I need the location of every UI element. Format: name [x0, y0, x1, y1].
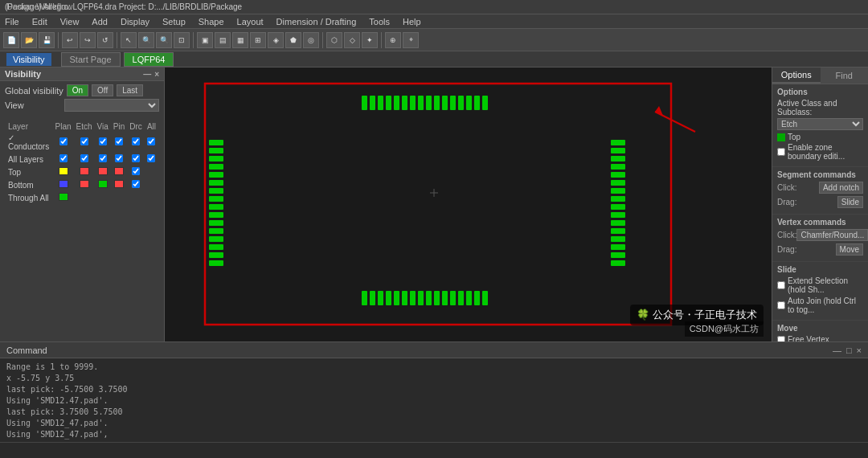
menu-file[interactable]: File — [3, 17, 21, 27]
vis-on-btn[interactable]: On — [67, 84, 88, 96]
bottom-pin-color[interactable] — [114, 180, 124, 188]
free-vertex-row: Free Vertex — [777, 335, 863, 341]
svg-rect-18 — [474, 96, 480, 110]
expand-command-icon[interactable]: □ — [846, 346, 852, 355]
toolbar-btn8[interactable]: ⬡ — [326, 32, 342, 48]
all-layers-drc-check[interactable] — [132, 154, 140, 162]
menu-tools[interactable]: Tools — [367, 17, 391, 27]
through-all-color[interactable] — [59, 193, 68, 201]
toolbar-btn1[interactable]: ▣ — [197, 32, 213, 48]
bottom-plan-color[interactable] — [59, 180, 68, 188]
conductors-all-check[interactable] — [147, 137, 155, 145]
find-tab[interactable]: Find — [821, 67, 869, 84]
extend-selection-label: Extend Selection (hold Sh... — [788, 276, 863, 294]
toolbar-btn3[interactable]: ▦ — [232, 32, 248, 48]
close-command-icon[interactable]: × — [857, 346, 862, 355]
via-col-header: Via — [96, 122, 110, 131]
toolbar-save[interactable]: 💾 — [39, 32, 55, 48]
top-pin-color[interactable] — [114, 167, 124, 175]
toolbar-btn6[interactable]: ⬟ — [285, 32, 301, 48]
all-layers-plan-check[interactable] — [59, 154, 68, 162]
conductors-etch-check[interactable] — [80, 137, 88, 145]
menu-layout[interactable]: Layout — [235, 17, 265, 27]
vertex-commands-title: Vertex commands — [777, 218, 863, 227]
menu-add[interactable]: Add — [90, 17, 109, 27]
close-icon[interactable]: × — [154, 70, 159, 79]
top-plan-color[interactable] — [59, 167, 68, 175]
toolbar-btn10[interactable]: ✦ — [362, 32, 378, 48]
menu-dimension[interactable]: Dimension / Drafting — [275, 17, 358, 27]
svg-rect-62 — [442, 291, 448, 305]
toolbar-new[interactable]: 📄 — [3, 32, 19, 48]
svg-rect-63 — [450, 291, 456, 305]
toolbar-btn7[interactable]: ◎ — [303, 32, 319, 48]
toolbar-btn2[interactable]: ▤ — [215, 32, 231, 48]
enable-zone-check[interactable] — [777, 148, 785, 156]
auto-join-check[interactable] — [777, 301, 785, 309]
all-layers-etch-check[interactable] — [80, 154, 88, 162]
command-input[interactable] — [5, 445, 863, 456]
toolbar-btn12[interactable]: ⌖ — [403, 32, 419, 48]
all-layers-pin-check[interactable] — [115, 154, 123, 162]
view-dropdown[interactable] — [64, 99, 159, 112]
toolbar-refresh[interactable]: ↺ — [97, 32, 113, 48]
toolbar-btn9[interactable]: ◇ — [344, 32, 360, 48]
bottom-drc-check[interactable] — [132, 180, 140, 188]
toolbar-zoom-out[interactable]: 🔍 — [156, 32, 172, 48]
command-output: Range is 1 to 9999.x -5.75 y 3.75last pi… — [0, 358, 868, 442]
menu-display[interactable]: Display — [119, 17, 151, 27]
panel-controls: — × — [143, 70, 159, 79]
visibility-title: Visibility — [5, 69, 41, 79]
bottom-via-color[interactable] — [98, 180, 108, 188]
workflow-label[interactable]: Design Workflow — [0, 0, 79, 13]
top-drc-check[interactable] — [132, 167, 140, 175]
menu-shape[interactable]: Shape — [197, 17, 226, 27]
toolbar-select[interactable]: ↖ — [121, 32, 137, 48]
vis-last-btn[interactable]: Last — [117, 84, 143, 96]
conductors-pin-check[interactable] — [115, 137, 123, 145]
menu-help[interactable]: Help — [401, 17, 423, 27]
svg-rect-47 — [611, 228, 625, 234]
extend-selection-check[interactable] — [777, 281, 785, 289]
all-layers-all-check[interactable] — [147, 154, 155, 162]
toolbar-btn11[interactable]: ⊕ — [385, 32, 401, 48]
toolbar-btn5[interactable]: ◈ — [268, 32, 284, 48]
canvas-area[interactable]: 🍀 公众号・子正电子技术 CSDN@码水工坊 — [165, 67, 772, 341]
vis-off-btn[interactable]: Off — [92, 84, 113, 96]
all-layers-via-check[interactable] — [99, 154, 107, 162]
tab-active[interactable]: LQFP64 — [124, 52, 174, 67]
toolbar-undo[interactable]: ↩ — [62, 32, 78, 48]
menu-view[interactable]: View — [59, 17, 81, 27]
toolbar-redo[interactable]: ↪ — [80, 32, 96, 48]
svg-rect-13 — [434, 96, 440, 110]
svg-rect-15 — [450, 96, 456, 110]
toolbar-zoom-in[interactable]: 🔍 — [138, 32, 154, 48]
options-tab[interactable]: Options — [772, 67, 821, 84]
free-vertex-check[interactable] — [777, 336, 785, 342]
minimize-icon[interactable]: — — [143, 70, 151, 79]
conductors-plan-check[interactable] — [59, 137, 68, 145]
visibility-tab[interactable]: Visibility — [6, 53, 51, 66]
layer-table: Layer Plan Etch Via Pin Drc All ✓ Conduc… — [5, 121, 159, 205]
svg-rect-19 — [482, 96, 488, 110]
top-via-color[interactable] — [98, 167, 108, 175]
bottom-etch-color[interactable] — [80, 180, 89, 188]
top-etch-color[interactable] — [80, 167, 89, 175]
svg-rect-16 — [458, 96, 464, 110]
toolbar-open[interactable]: 📂 — [21, 32, 37, 48]
svg-rect-17 — [466, 96, 472, 110]
options-section: Options Active Class and Subclass: Etch … — [772, 84, 868, 167]
svg-rect-6 — [378, 96, 383, 110]
menu-setup[interactable]: Setup — [161, 17, 187, 27]
minimize-command-icon[interactable]: — — [833, 346, 841, 355]
menu-edit[interactable]: Edit — [31, 17, 49, 27]
svg-rect-53 — [370, 291, 375, 305]
conductors-drc-check[interactable] — [132, 137, 140, 145]
toolbar-zoom-fit[interactable]: ⊡ — [174, 32, 190, 48]
svg-rect-55 — [386, 291, 391, 305]
class-select[interactable]: Etch — [777, 118, 863, 130]
toolbar-btn4[interactable]: ⊞ — [250, 32, 266, 48]
conductors-via-check[interactable] — [99, 137, 107, 145]
vertex-click-value: Chamfer/Round... — [796, 229, 868, 241]
tab-start-page[interactable]: Start Page — [61, 52, 121, 67]
